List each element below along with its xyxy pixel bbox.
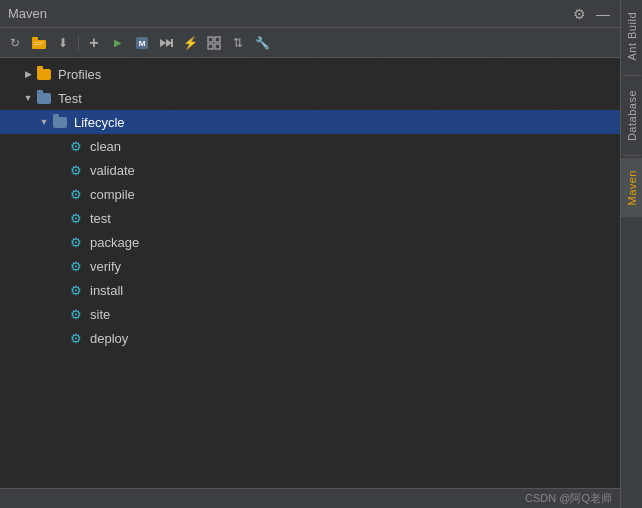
bottom-bar: CSDN @阿Q老师 — [0, 488, 620, 508]
profiles-item[interactable]: Profiles — [0, 62, 620, 86]
verify-item[interactable]: ⚙ verify — [0, 254, 620, 278]
profiles-icon — [32, 37, 46, 49]
watermark-text: CSDN @阿Q老师 — [525, 491, 612, 506]
panel-title: Maven — [8, 6, 47, 21]
svg-rect-45 — [208, 37, 213, 42]
svg-rect-37 — [32, 37, 38, 41]
install-label: install — [90, 283, 123, 298]
compile-label: compile — [90, 187, 135, 202]
gear-button[interactable]: ⚙ — [570, 5, 588, 23]
maven-panel: Maven ⚙ — ↻ ⬇ + ▶ — [0, 0, 620, 508]
verify-label: verify — [90, 259, 121, 274]
svg-rect-47 — [208, 44, 213, 49]
tab-divider-1 — [623, 75, 641, 76]
profiles-button[interactable] — [28, 32, 50, 54]
download-button[interactable]: ⬇ — [52, 32, 74, 54]
lifecycle-item[interactable]: Lifecycle — [0, 110, 620, 134]
package-gear-icon: ⚙ — [68, 234, 84, 250]
sep-1 — [78, 35, 79, 51]
title-bar-left: Maven — [8, 6, 47, 21]
lifecycle-arrow — [36, 114, 52, 130]
tree-content: Profiles Test Lifecycle ⚙ — [0, 58, 620, 488]
svg-marker-42 — [160, 39, 166, 47]
site-gear-icon: ⚙ — [68, 306, 84, 322]
test-phase-gear-icon: ⚙ — [68, 210, 84, 226]
lifecycle-label: Lifecycle — [74, 115, 125, 130]
toolbar: ↻ ⬇ + ▶ M — [0, 28, 620, 58]
install-item[interactable]: ⚙ install — [0, 278, 620, 302]
database-tab[interactable]: Database — [621, 78, 643, 153]
svg-rect-48 — [215, 44, 220, 49]
site-label: site — [90, 307, 110, 322]
profiles-folder-icon — [36, 66, 52, 82]
run-maven-icon: M — [135, 36, 149, 50]
tab-divider-2 — [623, 155, 641, 156]
add-button[interactable]: + — [83, 32, 105, 54]
install-gear-icon: ⚙ — [68, 282, 84, 298]
ant-tab-label: Ant Build — [626, 4, 638, 69]
test-item[interactable]: Test — [0, 86, 620, 110]
lifecycle-folder-icon — [52, 114, 68, 130]
maven-tab-label: Maven — [626, 162, 638, 214]
site-item[interactable]: ⚙ site — [0, 302, 620, 326]
show-deps-button[interactable] — [203, 32, 225, 54]
test-arrow — [20, 90, 36, 106]
clean-label: clean — [90, 139, 121, 154]
sort-button[interactable]: ⇅ — [227, 32, 249, 54]
test-folder-icon — [36, 90, 52, 106]
profiles-arrow — [20, 66, 36, 82]
main-container: Maven ⚙ — ↻ ⬇ + ▶ — [0, 0, 642, 508]
package-label: package — [90, 235, 139, 250]
clean-gear-icon: ⚙ — [68, 138, 84, 154]
refresh-button[interactable]: ↻ — [4, 32, 26, 54]
profiles-label: Profiles — [58, 67, 101, 82]
offline-button[interactable]: ⚡ — [179, 32, 201, 54]
deploy-gear-icon: ⚙ — [68, 330, 84, 346]
test-phase-item[interactable]: ⚙ test — [0, 206, 620, 230]
svg-rect-38 — [34, 42, 44, 43]
validate-label: validate — [90, 163, 135, 178]
title-bar: Maven ⚙ — — [0, 0, 620, 28]
title-bar-right: ⚙ — — [570, 5, 612, 23]
svg-rect-39 — [34, 44, 42, 45]
package-item[interactable]: ⚙ package — [0, 230, 620, 254]
run-maven-button[interactable]: M — [131, 32, 153, 54]
right-sidebar: Ant Build Database Maven — [620, 0, 642, 508]
deps-icon — [207, 36, 221, 50]
verify-gear-icon: ⚙ — [68, 258, 84, 274]
clean-item[interactable]: ⚙ clean — [0, 134, 620, 158]
ant-build-tab[interactable]: Ant Build — [621, 0, 643, 73]
validate-gear-icon: ⚙ — [68, 162, 84, 178]
deploy-item[interactable]: ⚙ deploy — [0, 326, 620, 350]
compile-gear-icon: ⚙ — [68, 186, 84, 202]
test-phase-label: test — [90, 211, 111, 226]
minimize-button[interactable]: — — [594, 5, 612, 23]
maven-settings-button[interactable]: 🔧 — [251, 32, 273, 54]
compile-item[interactable]: ⚙ compile — [0, 182, 620, 206]
maven-tab[interactable]: Maven — [621, 158, 643, 218]
validate-item[interactable]: ⚙ validate — [0, 158, 620, 182]
svg-rect-46 — [215, 37, 220, 42]
skip-tests-icon — [159, 37, 173, 49]
test-label: Test — [58, 91, 82, 106]
database-tab-label: Database — [626, 82, 638, 149]
skip-tests-button[interactable] — [155, 32, 177, 54]
deploy-label: deploy — [90, 331, 128, 346]
run-button[interactable]: ▶ — [107, 32, 129, 54]
svg-text:M: M — [139, 39, 146, 48]
